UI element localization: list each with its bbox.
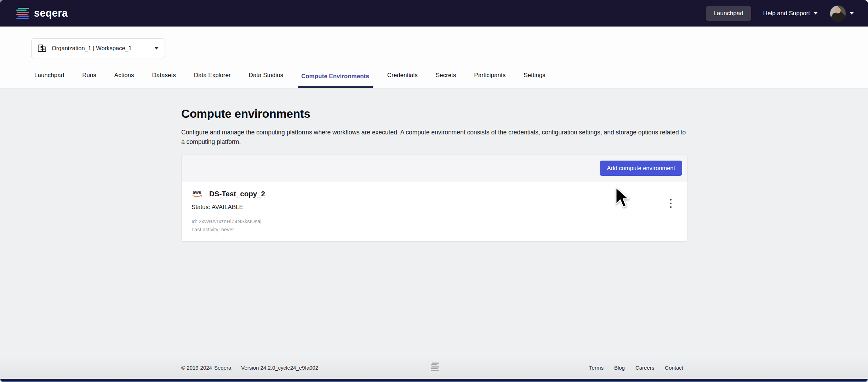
seqera-app-window: seqera Launchpad Help and Support xyxy=(0,0,868,382)
footer-links: Terms Blog Careers Contact xyxy=(589,365,683,371)
seqera-footer-mark-icon xyxy=(431,363,439,371)
environment-title-row: aws DS-Test_copy_2 xyxy=(192,189,677,198)
vertical-ellipsis-icon xyxy=(670,199,672,201)
compute-environments-panel: Add compute environment aws DS-Test_copy… xyxy=(181,155,688,242)
avatar[interactable] xyxy=(830,5,846,22)
organization-icon xyxy=(37,44,47,53)
environment-name-link[interactable]: DS-Test_copy_2 xyxy=(209,190,265,198)
workspace-selector-caret[interactable] xyxy=(148,47,165,50)
caret-down-icon xyxy=(154,47,159,50)
compute-environment-row[interactable]: aws DS-Test_copy_2 Status: AVAILABLE Id:… xyxy=(182,181,687,232)
tab-launchpad[interactable]: Launchpad xyxy=(34,72,65,88)
version-text: Version 24.2.0_cycle24_e9fa002 xyxy=(241,365,318,371)
svg-text:aws: aws xyxy=(193,190,201,195)
environment-options-menu-button[interactable] xyxy=(666,196,676,211)
seqera-logo[interactable]: seqera xyxy=(16,7,68,19)
topbar-right-group: Launchpad Help and Support xyxy=(706,5,854,22)
environment-id: Id: 2xWBA1xznHlZ4NSksIUsaj xyxy=(192,219,677,224)
last-activity-value: never xyxy=(221,227,234,232)
tab-data-studios[interactable]: Data Studios xyxy=(248,72,284,88)
help-and-support-menu[interactable]: Help and Support xyxy=(763,10,818,17)
tab-settings[interactable]: Settings xyxy=(523,72,546,88)
aws-logo-icon: aws xyxy=(192,189,205,198)
footer: © 2019-2024 Seqera Version 24.2.0_cycle2… xyxy=(0,357,868,379)
tab-credentials[interactable]: Credentials xyxy=(387,72,418,88)
add-compute-environment-button[interactable]: Add compute environment xyxy=(600,161,682,176)
footer-left-group: © 2019-2024 Seqera Version 24.2.0_cycle2… xyxy=(181,365,318,371)
workspace-tabs: Launchpad Runs Actions Datasets Data Exp… xyxy=(34,72,546,88)
blog-link[interactable]: Blog xyxy=(614,365,625,371)
help-and-support-label: Help and Support xyxy=(763,10,810,17)
status-value: AVAILABLE xyxy=(212,204,243,210)
tab-actions[interactable]: Actions xyxy=(114,72,135,88)
contact-link[interactable]: Contact xyxy=(665,365,683,371)
caret-down-icon xyxy=(850,12,854,15)
tab-runs[interactable]: Runs xyxy=(81,72,97,88)
page-description: Configure and manage the computing platf… xyxy=(181,128,687,147)
top-navbar: seqera Launchpad Help and Support xyxy=(0,0,868,27)
seqera-footer-link[interactable]: Seqera xyxy=(214,365,231,371)
id-label: Id: xyxy=(192,219,197,224)
user-menu[interactable] xyxy=(830,5,854,22)
caret-down-icon xyxy=(813,12,818,15)
careers-link[interactable]: Careers xyxy=(635,365,654,371)
terms-link[interactable]: Terms xyxy=(589,365,604,371)
workspace-selector-label: Organization_1 | Workspace_1 xyxy=(52,45,148,52)
status-label: Status: xyxy=(192,204,210,210)
id-value: 2xWBA1xznHlZ4NSksIUsaj xyxy=(199,219,261,224)
brand-name: seqera xyxy=(34,7,68,19)
environment-status: Status: AVAILABLE xyxy=(192,204,677,211)
tab-secrets[interactable]: Secrets xyxy=(435,72,457,88)
tab-compute-environments[interactable]: Compute Environments xyxy=(298,73,373,88)
seqera-s-mark-icon xyxy=(16,8,29,19)
copyright-text: © 2019-2024 Seqera xyxy=(181,365,231,371)
panel-toolbar: Add compute environment xyxy=(182,155,687,181)
workspace-selector[interactable]: Organization_1 | Workspace_1 xyxy=(31,38,165,58)
last-activity-label: Last activity: xyxy=(192,227,220,232)
launchpad-button[interactable]: Launchpad xyxy=(706,6,751,21)
tab-data-explorer[interactable]: Data Explorer xyxy=(193,72,232,88)
environment-last-activity: Last activity: never xyxy=(192,227,677,232)
tab-datasets[interactable]: Datasets xyxy=(152,72,177,88)
tab-participants[interactable]: Participants xyxy=(473,72,506,88)
window-bottom-edge xyxy=(0,379,868,382)
page-header: Organization_1 | Workspace_1 Launchpad R… xyxy=(0,27,868,88)
page-title: Compute environments xyxy=(181,107,310,121)
